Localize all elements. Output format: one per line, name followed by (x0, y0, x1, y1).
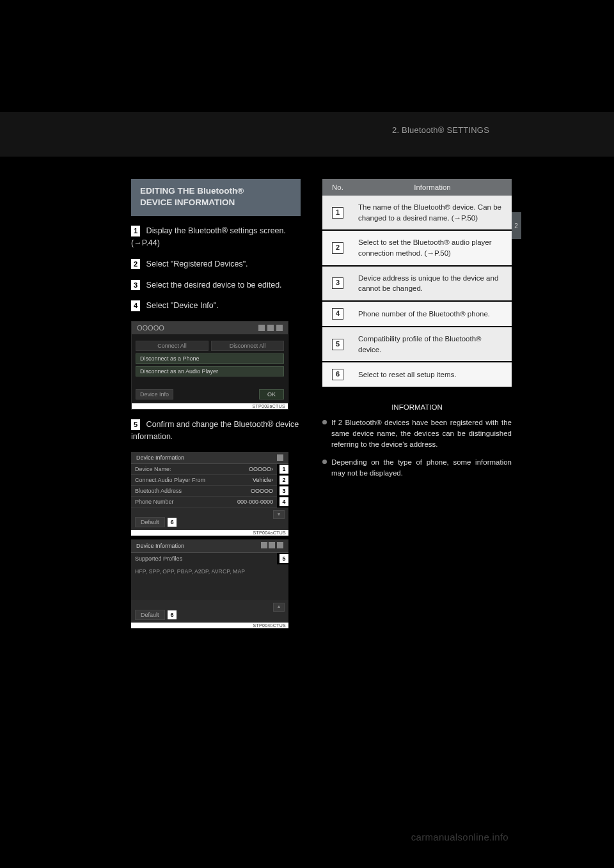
status-text: OOOOO (137, 324, 164, 332)
table-cell-5: Compatibility profile of the Bluetooth® … (353, 327, 512, 362)
table-head-info: Information (353, 179, 512, 196)
ui-screenshot-device-info-1: Device Information Device Name: OOOOO› 1… (131, 452, 288, 536)
information-bullet-1: If 2 Bluetooth® devices have been regist… (322, 417, 512, 449)
device-info-footer: ▾ (131, 508, 288, 513)
row-connect-audio: Connect Audio Player From Vehicle› (131, 475, 277, 486)
step-1-number: 1 (131, 226, 140, 236)
table-row: 3 Device address is unique to the device… (322, 266, 512, 301)
information-list: If 2 Bluetooth® devices have been regist… (322, 417, 512, 478)
bluetooth-icon (267, 325, 274, 331)
table-cell-4: Phone number of the Bluetooth® phone. (353, 301, 512, 327)
step-2-quote: "Registered Devices" (171, 260, 246, 268)
callout-3: 3 (279, 486, 288, 495)
callout-2: 2 (279, 476, 288, 484)
table-num-4: 4 (332, 308, 343, 320)
default-row-2: Default 6 (131, 605, 288, 623)
breadcrumb: 2. Bluetooth® SETTINGS (392, 125, 489, 135)
step-2-number: 2 (131, 259, 140, 270)
status-icons-2 (261, 542, 283, 550)
table-num-3: 3 (332, 277, 343, 289)
image-ref-2: STP004aCTUS (131, 530, 288, 536)
table-row: 2 Select to set the Bluetooth® audio pla… (322, 230, 512, 265)
ui-screenshot-connection: OOOOO Connect All Disconnect All Disconn… (131, 321, 288, 410)
connect-all-button: Connect All (136, 341, 209, 351)
device-info-footer-2: ▾ (131, 600, 288, 605)
table-row: 4 Phone number of the Bluetooth® phone. (322, 301, 512, 327)
disconnect-all-button: Disconnect All (211, 341, 284, 351)
information-bullet-2: Depending on the type of phone, some inf… (322, 457, 512, 478)
disconnect-phone-button: Disconnect as a Phone (136, 353, 284, 364)
connect-audio-value: Vehicle› (253, 477, 273, 483)
device-name-value: OOOOO› (249, 466, 273, 472)
step-1-text: Display the Bluetooth® settings screen. … (131, 226, 286, 247)
step-3: 3 Select the desired device to be edited… (131, 279, 301, 291)
scroll-down-icon: ▾ (273, 510, 285, 519)
ok-button: OK (259, 389, 284, 399)
step-5-text: Confirm and change the Bluetooth® device… (131, 420, 299, 441)
ui-screenshot-device-info-2: Device Information Supported Profiles 5 (131, 539, 288, 628)
bt-address-value: OOOOO (251, 488, 273, 494)
step-4: 4 Select "Device Info". (131, 300, 301, 312)
device-info-title: Device Information (136, 454, 184, 461)
step-4-prefix: Select (146, 301, 171, 310)
information-block: INFORMATION If 2 Bluetooth® devices have… (322, 403, 512, 478)
back-icon (276, 325, 283, 331)
default-row: Default 6 (131, 513, 288, 530)
back-icon (277, 454, 283, 461)
step-5: 5 Confirm and change the Bluetooth® devi… (131, 419, 301, 443)
table-row: 1 The name of the Bluetooth® device. Can… (322, 196, 512, 230)
step-3-number: 3 (131, 280, 140, 291)
section-heading: EDITING THE Bluetooth® DEVICE INFORMATIO… (131, 179, 301, 216)
step-2: 2 Select "Registered Devices". (131, 258, 301, 270)
image-ref-3: STP004bCTUS (131, 623, 288, 628)
table-row: 5 Compatibility profile of the Bluetooth… (322, 327, 512, 362)
device-info-title-2: Device Information (136, 543, 184, 549)
section-line2: DEVICE INFORMATION (140, 197, 292, 208)
device-name-label: Device Name: (135, 466, 171, 472)
supported-profiles-row: Supported Profiles (131, 553, 277, 564)
profiles-list: HFP, SPP, OPP, PBAP, A2DP, AVRCP, MAP (135, 568, 285, 575)
table-head-no: No. (322, 179, 353, 196)
row-device-name: Device Name: OOOOO› (131, 464, 277, 475)
step-2-prefix: Select (146, 260, 171, 268)
disconnect-audio-button: Disconnect as an Audio Player (136, 366, 284, 376)
step-4-suffix: . (216, 301, 218, 310)
callout-5: 5 (279, 554, 288, 563)
row-phone-number: Phone Number 000-000-0000 (131, 497, 277, 508)
table-cell-1: The name of the Bluetooth® device. Can b… (353, 196, 512, 230)
image-ref-1: STP002aCTUS (132, 403, 288, 409)
table-cell-6: Select to reset all setup items. (353, 362, 512, 387)
table-cell-2: Select to set the Bluetooth® audio playe… (353, 230, 512, 265)
callout-1: 1 (279, 465, 288, 474)
watermark: carmanualsonline.info (411, 832, 508, 842)
table-row: 6 Select to reset all setup items. (322, 362, 512, 387)
scroll-up-icon: ▾ (273, 603, 285, 612)
info-table: No. Information 1 The name of the Blueto… (322, 179, 512, 388)
device-info-header: Device Information (131, 452, 288, 464)
device-info-button: Device Info (136, 389, 173, 399)
callout-6b: 6 (168, 610, 177, 619)
table-num-2: 2 (332, 242, 343, 254)
information-heading: INFORMATION (322, 403, 512, 411)
table-cell-3: Device address is unique to the device a… (353, 266, 512, 301)
back-icon (277, 542, 283, 548)
callout-6a: 6 (168, 518, 177, 527)
section-line1: EDITING THE Bluetooth® (140, 185, 292, 197)
connect-audio-label: Connect Audio Player From (135, 477, 205, 483)
profile-list-row: HFP, SPP, OPP, PBAP, A2DP, AVRCP, MAP (131, 564, 288, 577)
status-icons (258, 325, 283, 331)
default-button: Default (135, 517, 165, 527)
side-tab-2: 2 (511, 212, 521, 239)
phone-number-value: 000-000-0000 (237, 499, 273, 505)
step-1: 1 Display the Bluetooth® settings screen… (131, 225, 301, 249)
step-4-number: 4 (131, 300, 140, 311)
table-num-6: 6 (332, 369, 343, 380)
step-2-suffix: . (246, 260, 248, 268)
step-3-text: Select the desired device to be edited. (146, 281, 282, 290)
signal-icon (258, 325, 265, 331)
callout-4: 4 (279, 497, 288, 506)
supported-profiles-label: Supported Profiles (135, 555, 182, 562)
status-bar: OOOOO (132, 322, 288, 334)
device-info-header-2: Device Information (131, 539, 288, 553)
default-button-2: Default (135, 610, 165, 620)
